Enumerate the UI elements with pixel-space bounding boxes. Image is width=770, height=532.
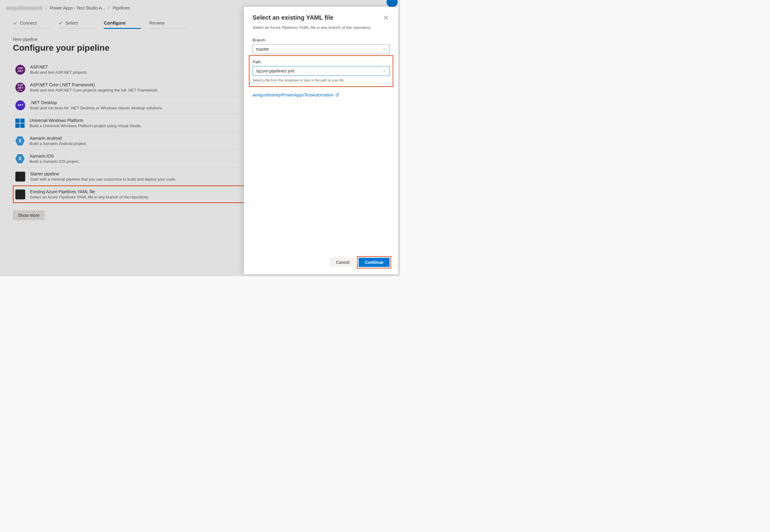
continue-button[interactable]: Continue [358,258,390,267]
path-highlight-box: Path /azure-pipelines.yml Select a file … [249,55,393,87]
repo-link-text: aengusheaney/PowerAppsTestAutomation [252,92,334,97]
branch-group: Branch master [252,38,390,54]
panel-title: Select an existing YAML file [252,14,333,21]
panel-subtitle: Select an Azure Pipelines YAML file in a… [252,25,390,30]
branch-label: Branch [252,38,390,42]
external-link-icon [335,93,339,97]
path-value: /azure-pipelines.yml [256,68,294,73]
path-select[interactable]: /azure-pipelines.yml [252,66,390,76]
branch-value: master [256,47,269,52]
yaml-panel: Select an existing YAML file Select an A… [244,7,398,274]
repo-link[interactable]: aengusheaney/PowerAppsTestAutomation [252,92,390,97]
chevron-down-icon [382,47,386,51]
close-icon [383,15,389,20]
path-help-text: Select a file from the dropdown or type … [252,78,390,82]
branch-select[interactable]: master [252,44,390,54]
close-button[interactable] [382,14,390,23]
cancel-button[interactable]: Cancel [330,258,356,267]
chevron-down-icon [382,69,386,73]
path-label: Path [252,60,390,64]
